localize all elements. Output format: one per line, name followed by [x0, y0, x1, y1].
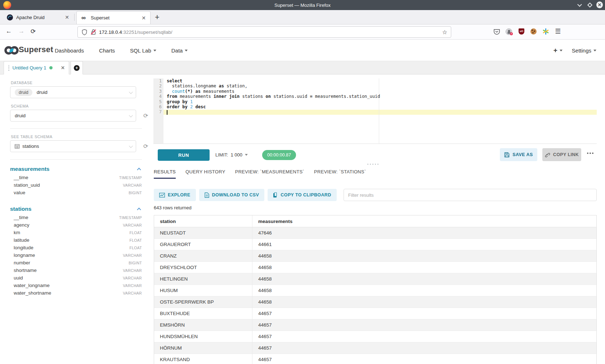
- column-header-station[interactable]: station: [154, 215, 252, 227]
- collapse-chevron-icon[interactable]: [137, 168, 141, 172]
- schema-column-row: shortnameVARCHAR: [10, 267, 142, 274]
- nav-item-charts[interactable]: Charts: [99, 47, 115, 54]
- table-row: KRAUTSAND44657: [154, 354, 596, 364]
- query-tab-close-icon[interactable]: ✕: [61, 65, 65, 70]
- copy-to-clipboard-button[interactable]: COPY TO CLIPBOARD: [268, 189, 336, 201]
- cell-measurements: 44657: [252, 319, 596, 331]
- browser-nav-toolbar: ← → ⟳ 172.18.0.4:32251/superset/sqllab/ …: [0, 24, 605, 40]
- explore-chart-icon: [159, 193, 165, 197]
- schema-column-row: kmFLOAT: [10, 229, 142, 236]
- code-line: order by 2 desc: [167, 104, 380, 109]
- new-dropdown[interactable]: +: [554, 46, 563, 54]
- explore-button[interactable]: EXPLORE: [154, 189, 196, 201]
- cell-measurements: 44658: [252, 273, 596, 285]
- results-tab-query-history[interactable]: QUERY HISTORY: [185, 169, 225, 179]
- ublock-icon[interactable]: uO: [519, 28, 524, 35]
- tab-close-icon[interactable]: ✕: [142, 15, 146, 21]
- schema-select[interactable]: druid: [10, 110, 136, 122]
- cell-measurements: 44657: [252, 342, 596, 354]
- bookmark-star-icon[interactable]: ☆: [442, 29, 447, 36]
- insecure-lock-icon[interactable]: [91, 29, 96, 35]
- limit-control[interactable]: LIMIT: 1 000: [215, 152, 248, 158]
- browser-tab-superset[interactable]: ∞ Superset ✕: [76, 11, 151, 24]
- clipboard-icon: [273, 192, 278, 198]
- column-name: uuid: [14, 275, 23, 281]
- column-type: VARCHAR: [123, 253, 142, 258]
- schema-table-name[interactable]: stations: [10, 206, 31, 212]
- pocket-icon[interactable]: [493, 28, 500, 35]
- cell-station: OSTE-SPERRWERK BP: [154, 296, 252, 308]
- column-name: station_uuid: [14, 182, 40, 188]
- schema-column-row: __timeTIMESTAMP: [10, 214, 142, 221]
- column-name: agency: [14, 222, 30, 228]
- results-tab-preview[interactable]: PREVIEW: `STATIONS`: [314, 169, 366, 179]
- run-button[interactable]: RUN: [158, 149, 210, 161]
- cell-station: NEUSTADT: [154, 227, 252, 238]
- sql-editor[interactable]: 1234567 select stations.longname as stat…: [153, 74, 597, 144]
- query-tab[interactable]: Untitled Query 1 ✕: [4, 61, 69, 74]
- url-bar[interactable]: 172.18.0.4:32251/superset/sqllab/ ☆: [77, 26, 451, 38]
- schema-column-row: longnameVARCHAR: [10, 251, 142, 259]
- more-actions-icon[interactable]: [587, 153, 593, 154]
- minimize-icon[interactable]: [576, 2, 583, 8]
- copy-link-button[interactable]: COPY LINK: [542, 148, 581, 161]
- menu-icon[interactable]: ☰: [555, 27, 561, 35]
- cell-measurements: 44658: [252, 262, 596, 273]
- tab-close-icon[interactable]: ✕: [65, 14, 69, 20]
- nav-item-dashboards[interactable]: Dashboards: [55, 47, 84, 54]
- cell-station: BUXTEHUDE: [154, 308, 252, 319]
- schema-label: SCHEMA: [11, 104, 28, 108]
- forward-icon[interactable]: →: [18, 28, 24, 35]
- table-row: GRAUERORT44661: [154, 239, 596, 250]
- column-name: water_longname: [14, 283, 50, 288]
- gutter-line-number: 2: [153, 83, 163, 88]
- query-tab-label: Untitled Query 1: [13, 65, 46, 70]
- schema-table-name[interactable]: measurements: [10, 166, 49, 172]
- results-tab-results[interactable]: RESULTS: [154, 169, 176, 179]
- refresh-table-icon[interactable]: ⟳: [143, 143, 148, 150]
- nav-item-sql-lab[interactable]: SQL Lab: [130, 47, 156, 54]
- save-as-button[interactable]: SAVE AS: [500, 148, 537, 161]
- pane-splitter-handle[interactable]: [367, 164, 378, 165]
- brand-title[interactable]: Superset: [19, 45, 53, 54]
- database-select[interactable]: druid druid: [10, 86, 136, 98]
- shield-icon[interactable]: [82, 29, 87, 35]
- filter-results-input[interactable]: [344, 189, 597, 201]
- cookie-icon[interactable]: [530, 28, 537, 35]
- extension-icon[interactable]: ✕: [506, 28, 512, 35]
- table-row: NEUSTADT47646: [154, 227, 596, 239]
- browser-tab-druid[interactable]: Apache Druid ✕: [2, 10, 73, 24]
- elapsed-time-badge: 00:00:00.87: [262, 150, 296, 160]
- close-icon[interactable]: ✕: [596, 1, 603, 8]
- column-type: BIGINT: [129, 261, 142, 265]
- column-name: __time: [14, 215, 28, 220]
- extension-badge: ✕: [510, 32, 513, 35]
- cell-station: KRAUTSAND: [154, 354, 252, 364]
- results-tab-preview[interactable]: PREVIEW: `MEASUREMENTS`: [235, 169, 304, 179]
- back-icon[interactable]: ←: [6, 28, 12, 35]
- drag-handle-icon[interactable]: [8, 65, 9, 71]
- maximize-icon[interactable]: [587, 2, 593, 8]
- window-titlebar: Superset — Mozilla Firefox ✕: [0, 0, 605, 10]
- column-type: FLOAT: [129, 246, 142, 250]
- collapse-chevron-icon[interactable]: [137, 208, 141, 211]
- column-name: latitude: [14, 237, 30, 243]
- code-line: select: [167, 78, 380, 83]
- table-row: HUSUM44658: [154, 285, 596, 296]
- reload-icon[interactable]: ⟳: [31, 28, 36, 35]
- refresh-schema-icon[interactable]: ⟳: [143, 112, 148, 119]
- cell-station: GRAUERORT: [154, 239, 252, 250]
- download-csv-button[interactable]: DOWNLOAD TO CSV: [199, 189, 265, 201]
- table-select[interactable]: stations: [10, 140, 136, 152]
- new-tab-button[interactable]: +: [155, 13, 160, 22]
- nav-item-data[interactable]: Data: [171, 47, 188, 54]
- extension-asterisk-icon[interactable]: [542, 28, 549, 35]
- add-query-tab-button[interactable]: +: [71, 61, 83, 74]
- schema-column-row: water_longnameVARCHAR: [10, 282, 142, 289]
- caret-down-icon: [593, 50, 596, 51]
- table-row: BUXTEHUDE44657: [154, 308, 596, 319]
- column-type: FLOAT: [129, 238, 142, 242]
- gutter-line-number: 7: [153, 109, 163, 114]
- settings-dropdown[interactable]: Settings: [572, 47, 596, 54]
- column-header-measurements[interactable]: measurements: [252, 215, 596, 227]
